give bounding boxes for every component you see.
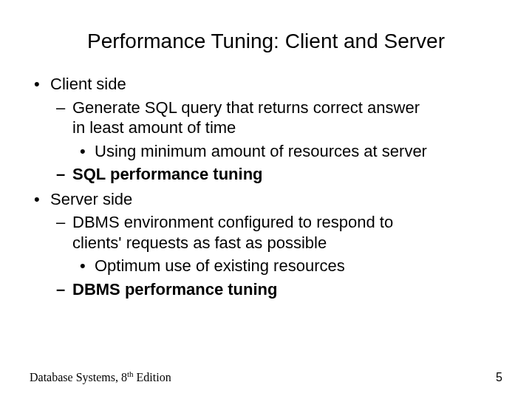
sub-bullet-generate-sql: Generate SQL query that returns correct … — [50, 98, 502, 162]
subsub-bullet-min-resources: Using minimum amount of resources at ser… — [72, 141, 502, 162]
sub-bullet-text: DBMS environment configured to respond t… — [72, 213, 393, 231]
subsub-bullet-text: Using minimum amount of resources at ser… — [95, 142, 427, 160]
sub-list: DBMS environment configured to respond t… — [50, 212, 502, 299]
footer-book-title-b: Edition — [134, 371, 171, 383]
sub-bullet-text-cont: in least amount of time — [72, 118, 236, 137]
sub-bullet-dbms-env: DBMS environment configured to respond t… — [50, 212, 502, 276]
slide-content: Client side Generate SQL query that retu… — [30, 74, 502, 299]
subsub-bullet-text: Optimum use of existing resources — [95, 256, 345, 275]
bullet-client-side: Client side Generate SQL query that retu… — [30, 74, 502, 185]
slide: Performance Tuning: Client and Server Cl… — [0, 0, 532, 399]
footer-book-title-a: Database Systems, 8 — [30, 371, 127, 383]
sub-bullet-text: Generate SQL query that returns correct … — [72, 98, 420, 117]
bullet-text: Client side — [50, 75, 126, 93]
subsub-bullet-optimum-use: Optimum use of existing resources — [72, 256, 502, 276]
slide-title: Performance Tuning: Client and Server — [30, 30, 502, 53]
slide-footer: Database Systems, 8th Edition 5 — [30, 369, 502, 384]
sub-bullet-text-cont: clients' requests as fast as possible — [72, 233, 327, 252]
bullet-text: Server side — [50, 190, 132, 208]
sub-bullet-dbms-perf-tuning: DBMS performance tuning — [50, 279, 502, 300]
page-number: 5 — [496, 371, 502, 384]
sub-list: Generate SQL query that returns correct … — [50, 98, 502, 185]
sub-bullet-sql-perf-tuning: SQL performance tuning — [50, 164, 502, 185]
bullet-server-side: Server side DBMS environment configured … — [30, 189, 502, 300]
sub-bullet-text: SQL performance tuning — [72, 165, 263, 183]
sub-bullet-text: DBMS performance tuning — [72, 280, 277, 299]
subsub-list: Using minimum amount of resources at ser… — [72, 141, 502, 162]
bullet-list: Client side Generate SQL query that retu… — [30, 74, 502, 299]
footer-ordinal: th — [127, 369, 134, 378]
subsub-list: Optimum use of existing resources — [72, 256, 502, 276]
footer-left: Database Systems, 8th Edition — [30, 369, 171, 384]
